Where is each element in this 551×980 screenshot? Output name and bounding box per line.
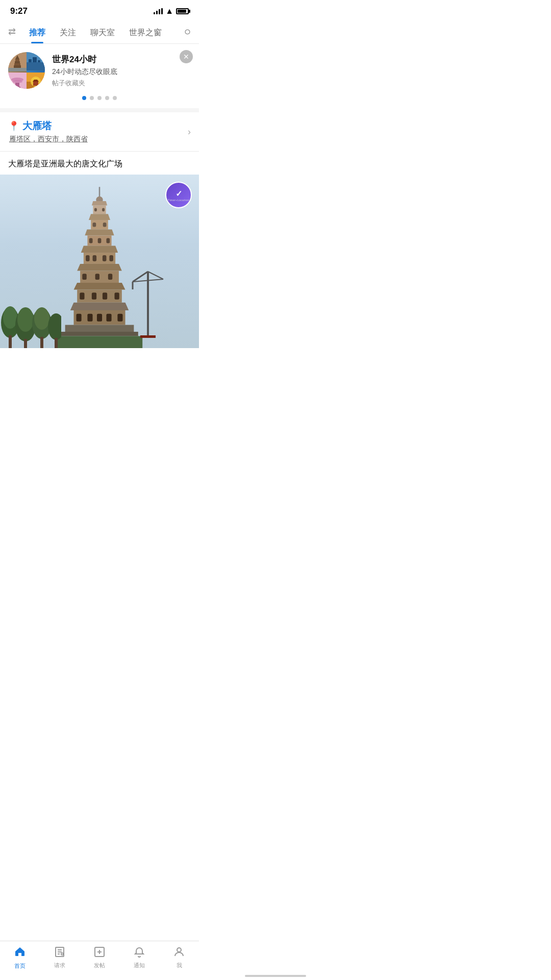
svg-rect-46	[82, 274, 86, 280]
location-info: 📍 大雁塔 雁塔区，西安市，陕西省	[8, 119, 88, 144]
location-title: 大雁塔	[22, 119, 52, 133]
svg-marker-33	[85, 230, 114, 236]
svg-rect-70	[24, 339, 27, 348]
tab-follow[interactable]: 关注	[53, 24, 83, 43]
svg-point-66	[3, 306, 17, 329]
svg-rect-32	[103, 223, 107, 227]
world-card-title: 世界24小时	[52, 54, 117, 65]
svg-rect-63	[61, 332, 138, 336]
dot-4	[105, 96, 109, 100]
svg-rect-82	[140, 335, 156, 338]
svg-rect-48	[108, 274, 112, 280]
status-icons: ▲	[154, 7, 189, 16]
dot-1	[82, 96, 86, 100]
svg-rect-16	[14, 87, 20, 89]
svg-rect-52	[92, 292, 96, 299]
world-card-subtitle: 24小时动态尽收眼底	[52, 67, 117, 77]
svg-rect-8	[27, 62, 45, 70]
svg-rect-54	[114, 292, 119, 299]
world-info: 世界24小时 24小时动态尽收眼底 帖子收藏夹	[52, 54, 117, 88]
dot-5	[113, 96, 117, 100]
svg-rect-57	[77, 314, 82, 322]
svg-rect-73	[40, 337, 43, 348]
svg-rect-58	[87, 314, 92, 322]
svg-rect-2	[15, 59, 19, 61]
svg-point-69	[17, 307, 34, 332]
svg-rect-35	[89, 238, 93, 243]
tab-world-window[interactable]: 世界之窗	[122, 24, 169, 43]
tab-chatroom[interactable]: 聊天室	[83, 24, 122, 43]
svg-rect-40	[86, 255, 90, 261]
description-text: 大雁塔是亚洲最大的唐文化广场	[0, 152, 199, 175]
svg-point-72	[34, 307, 49, 330]
nav-tabs: 推荐 关注 聊天室 世界之窗	[22, 24, 184, 43]
location-breadcrumb: 雁塔区，西安市，陕西省	[8, 135, 88, 144]
timer-location-badge: ✓ Timer+Location	[165, 182, 192, 208]
svg-rect-4	[14, 63, 20, 65]
svg-rect-41	[93, 255, 97, 261]
svg-marker-38	[81, 246, 118, 253]
wifi-icon: ▲	[165, 7, 173, 16]
svg-rect-43	[109, 255, 113, 261]
chevron-right-icon: ›	[188, 127, 191, 137]
main-image: ✓ Timer+Location	[0, 175, 199, 348]
dot-2	[90, 96, 94, 100]
svg-rect-59	[97, 314, 102, 322]
svg-marker-29	[89, 214, 110, 220]
trees-left-icon	[0, 297, 61, 348]
swap-icon[interactable]: ⇄	[8, 26, 16, 42]
svg-rect-3	[15, 61, 20, 63]
world-card-tag: 帖子收藏夹	[52, 79, 85, 87]
timer-label: Timer+Location	[168, 199, 189, 202]
card-content: 世界24小时 24小时动态尽收眼底 帖子收藏夹	[8, 52, 191, 89]
svg-rect-21	[33, 82, 38, 86]
svg-line-79	[148, 272, 163, 279]
svg-rect-9	[29, 59, 32, 62]
svg-rect-37	[98, 238, 102, 243]
svg-marker-55	[70, 303, 129, 310]
svg-rect-53	[103, 292, 107, 299]
status-time: 9:27	[10, 6, 28, 16]
signal-icon	[154, 8, 163, 14]
svg-rect-51	[80, 292, 84, 299]
svg-rect-75	[55, 338, 58, 348]
svg-marker-49	[73, 283, 125, 289]
search-icon[interactable]: ○	[184, 25, 191, 43]
svg-marker-44	[77, 264, 122, 271]
carousel-dots	[8, 96, 191, 100]
nav-bar: ⇄ 推荐 关注 聊天室 世界之窗 ○	[0, 20, 199, 44]
location-section[interactable]: 📍 大雁塔 雁塔区，西安市，陕西省 ›	[0, 112, 199, 152]
status-bar: 9:27 ▲	[0, 0, 199, 20]
battery-icon	[176, 8, 189, 14]
dot-3	[97, 96, 102, 100]
location-name-row: 📍 大雁塔	[8, 119, 88, 133]
tab-recommended[interactable]: 推荐	[22, 24, 53, 43]
light-pole-icon	[128, 256, 168, 338]
svg-rect-47	[95, 274, 99, 280]
avatar	[8, 52, 45, 89]
svg-rect-27	[94, 208, 97, 211]
svg-rect-67	[9, 335, 12, 348]
svg-rect-10	[33, 57, 37, 62]
svg-rect-31	[93, 223, 96, 227]
svg-rect-62	[65, 325, 134, 332]
svg-rect-6	[8, 68, 27, 71]
svg-rect-61	[117, 314, 122, 322]
svg-rect-76	[147, 272, 149, 338]
location-pin-icon: 📍	[8, 120, 19, 132]
svg-rect-5	[14, 65, 21, 68]
svg-rect-15	[15, 83, 19, 87]
svg-rect-11	[38, 60, 40, 62]
close-button[interactable]: ✕	[180, 50, 193, 63]
svg-marker-25	[92, 201, 107, 205]
svg-rect-28	[102, 208, 105, 211]
svg-rect-60	[106, 314, 111, 322]
breadcrumb-text: 雁塔区，西安市，陕西省	[9, 135, 88, 143]
svg-rect-42	[103, 255, 107, 261]
world-24h-card: ✕	[0, 44, 199, 112]
check-icon: ✓	[176, 189, 182, 199]
svg-rect-36	[106, 238, 110, 243]
